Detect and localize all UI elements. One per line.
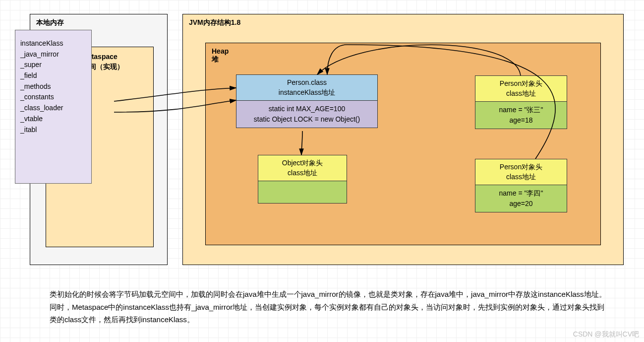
person1-head: Person对象头 class地址	[475, 76, 567, 102]
heap-title: Heap 堆	[212, 47, 229, 64]
field-vtable: _vtable	[20, 114, 86, 125]
person2-head-1: Person对象头	[500, 163, 542, 171]
person-class-line1: Person.class	[287, 78, 327, 86]
person2-box: Person对象头 class地址 name = "李四" age=20	[475, 159, 567, 212]
person-class-line2: instanceKlass地址	[279, 88, 335, 96]
field-itabl: _itabl	[20, 125, 86, 136]
person-class-body: static int MAX_AGE=100 static Object LOC…	[236, 101, 377, 128]
field-class-loader: _class_loader	[20, 103, 86, 114]
heap-title-1: Heap	[212, 47, 229, 55]
object-instance-box: Object对象头 class地址	[258, 155, 347, 204]
heap-title-2: 堆	[212, 55, 219, 63]
field-field: _field	[20, 70, 86, 81]
watermark: CSDN @我就叫CV吧	[573, 330, 639, 339]
object-head-1: Object对象头	[282, 159, 323, 167]
person1-head-2: class地址	[506, 89, 536, 97]
person2-body: name = "李四" age=20	[475, 185, 567, 212]
person1-body: name = "张三" age=18	[475, 102, 567, 129]
field-java-mirror: _java_mirror	[20, 49, 86, 60]
field-super: _super	[20, 60, 86, 70]
field-instanceKlass: instanceKlass	[20, 38, 86, 49]
person1-box: Person对象头 class地址 name = "张三" age=18	[475, 75, 567, 129]
person2-head: Person对象头 class地址	[475, 159, 567, 185]
person-class-head: Person.class instanceKlass地址	[236, 75, 377, 101]
person-class-box: Person.class instanceKlass地址 static int …	[236, 74, 378, 128]
description-text: 类初始化的时候会将字节码加载元空间中，加载的同时会在java堆中生成一个java…	[50, 288, 610, 326]
person2-name: name = "李四"	[499, 189, 543, 197]
metaspace-fields-box: instanceKlass _java_mirror _super _field…	[15, 30, 92, 184]
person1-name: name = "张三"	[499, 106, 543, 114]
person-class-static1: static int MAX_AGE=100	[269, 105, 345, 113]
person2-age: age=20	[509, 200, 532, 207]
person1-head-1: Person对象头	[500, 79, 542, 87]
native-memory-title: 本地内存	[36, 18, 64, 27]
person-class-static2: static Object LOCK = new Object()	[254, 115, 360, 123]
heap-box: Heap 堆	[205, 43, 601, 245]
jvm-title: JVM内存结构1.8	[189, 18, 240, 27]
person1-age: age=18	[509, 116, 532, 124]
person2-head-2: class地址	[506, 173, 536, 181]
object-instance-body	[258, 181, 347, 203]
object-instance-head: Object对象头 class地址	[258, 155, 347, 181]
field-methods: _methods	[20, 81, 86, 92]
object-head-2: class地址	[288, 169, 317, 177]
field-constants: _constants	[20, 92, 86, 103]
